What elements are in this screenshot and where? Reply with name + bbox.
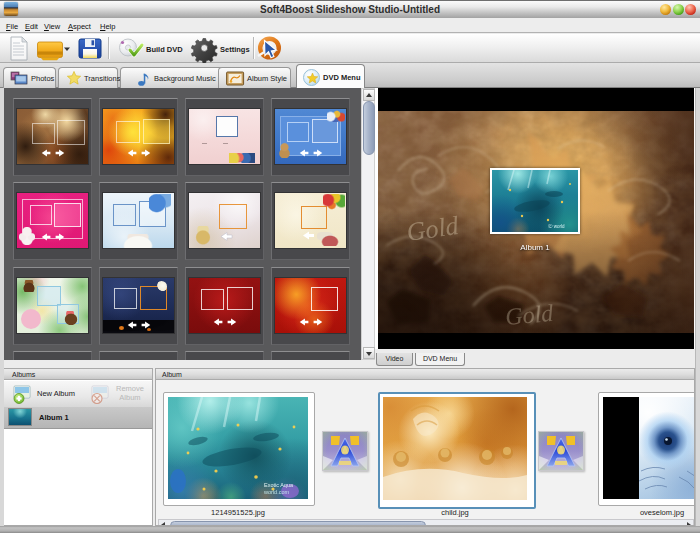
svg-text:Exotic Aqua: Exotic Aqua [264, 482, 294, 488]
svg-text:Gold: Gold [504, 300, 555, 330]
svg-text:world.com: world.com [263, 489, 289, 495]
svg-text:Ⓒ world: Ⓒ world [548, 224, 565, 229]
